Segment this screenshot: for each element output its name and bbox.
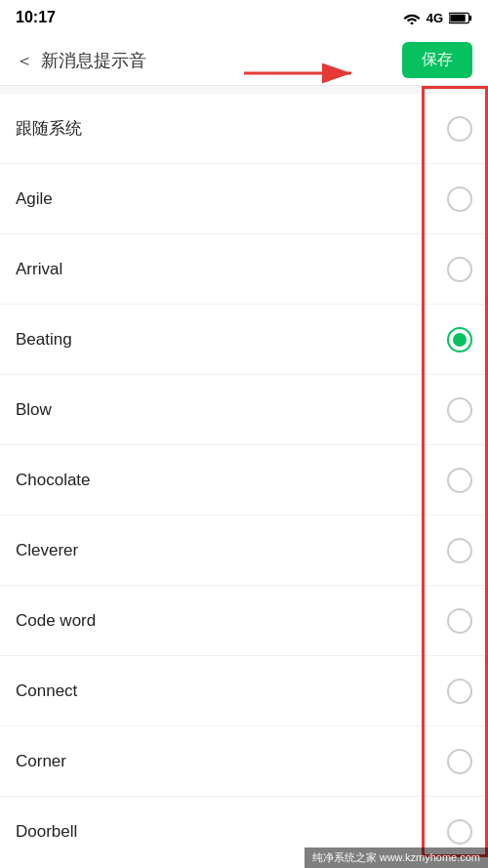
svg-rect-3	[450, 14, 465, 21]
radio-button[interactable]	[447, 468, 472, 493]
radio-button[interactable]	[447, 749, 472, 774]
list-item[interactable]: Connect	[0, 656, 488, 726]
radio-button[interactable]	[447, 327, 472, 352]
item-label: Connect	[16, 682, 77, 701]
list-container: 跟随系统AgileArrivalBeatingBlowChocolateClev…	[0, 94, 488, 868]
item-label: Corner	[16, 752, 66, 771]
battery-icon	[449, 12, 472, 24]
item-label: Arrival	[16, 260, 62, 279]
watermark: 纯净系统之家 www.kzmyhome.com	[305, 847, 488, 868]
radio-button[interactable]	[447, 608, 472, 634]
back-button[interactable]: ＜	[16, 49, 33, 72]
list-item[interactable]: Blow	[0, 375, 488, 445]
list-item[interactable]: Code word	[0, 586, 488, 656]
item-label: Beating	[16, 330, 72, 350]
list-item[interactable]: 跟随系统	[0, 94, 488, 164]
header-left: ＜ 新消息提示音	[16, 49, 146, 72]
header: ＜ 新消息提示音 保存	[0, 35, 488, 86]
radio-button[interactable]	[447, 116, 472, 142]
item-label: Blow	[16, 400, 52, 420]
radio-button[interactable]	[447, 186, 472, 212]
list-item[interactable]: Corner	[0, 726, 488, 797]
list-item[interactable]: Agile	[0, 164, 488, 234]
item-label: Agile	[16, 189, 53, 209]
item-label: Chocolate	[16, 471, 91, 490]
item-label: 跟随系统	[16, 117, 82, 140]
svg-rect-2	[469, 15, 472, 20]
radio-button[interactable]	[447, 819, 472, 845]
item-label: Doorbell	[16, 822, 77, 842]
save-button[interactable]: 保存	[402, 42, 472, 78]
page-title: 新消息提示音	[41, 49, 146, 72]
radio-button[interactable]	[447, 538, 472, 563]
item-label: Code word	[16, 611, 96, 631]
radio-button[interactable]	[447, 679, 472, 704]
list-item[interactable]: Beating	[0, 305, 488, 375]
svg-point-0	[410, 22, 413, 25]
item-label: Cleverer	[16, 541, 78, 560]
status-bar: 10:17 4G	[0, 0, 488, 35]
signal-4g-icon: 4G	[427, 11, 443, 25]
list-item[interactable]: Chocolate	[0, 445, 488, 516]
status-time: 10:17	[16, 9, 56, 26]
radio-button[interactable]	[447, 257, 472, 282]
status-icons: 4G	[403, 11, 472, 25]
radio-button[interactable]	[447, 397, 472, 423]
wifi-icon	[403, 11, 421, 24]
list-item[interactable]: Cleverer	[0, 516, 488, 586]
list-item[interactable]: Arrival	[0, 234, 488, 305]
